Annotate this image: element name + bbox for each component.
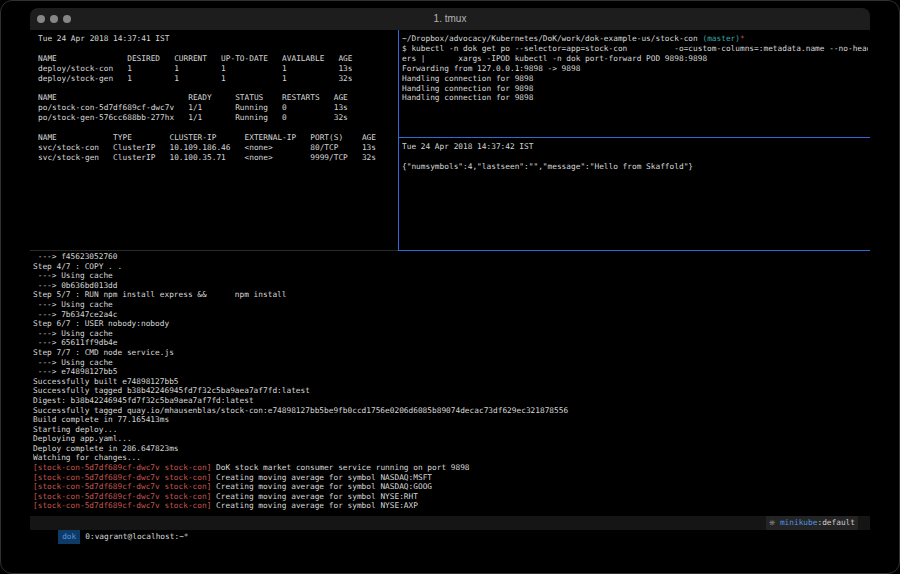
tmux-session-name[interactable]: dok	[58, 530, 80, 544]
terminal-line: NAME TYPE CLUSTER-IP EXTERNAL-IP PORT(S)…	[38, 133, 396, 143]
terminal-line: ---> Using cache	[33, 271, 867, 281]
terminal-line: [stock-con-5d7df689cf-dwc7v stock-con] C…	[33, 501, 867, 511]
kube-namespace-label: :default	[817, 518, 855, 527]
pane-divider-horizontal-right-upper[interactable]	[398, 137, 870, 138]
terminal-body: Tue 24 Apr 2018 14:37:41 ISTNAME DESIRED…	[30, 30, 870, 532]
terminal-line: Step 6/7 : USER nobody:nobody	[33, 319, 867, 329]
terminal-line: Forwarding from 127.0.0.1:9898 -> 9898	[402, 64, 868, 74]
terminal-line: Digest: b38b42246945fd7f32c5ba9aea7af7fd…	[33, 396, 867, 406]
terminal-line: deploy/stock-con 1 1 1 1 13s	[38, 64, 396, 74]
terminal-line: NAME READY STATUS RESTARTS AGE	[38, 93, 396, 103]
terminal-line: Handling connection for 9898	[402, 74, 868, 84]
window-title: 1. tmux	[30, 13, 870, 24]
terminal-line	[38, 84, 396, 94]
terminal-line: [stock-con-5d7df689cf-dwc7v stock-con] C…	[33, 482, 867, 492]
tmux-window-item[interactable]: 0:vagrant@localhost:~*	[85, 532, 188, 541]
terminal-line: Tue 24 Apr 2018 14:37:42 IST	[402, 142, 868, 152]
terminal-line: $ kubectl -n dok get po --selector=app=s…	[402, 44, 868, 54]
terminal-line: [stock-con-5d7df689cf-dwc7v stock-con] D…	[33, 463, 867, 473]
terminal-line: ~/Dropbox/advocacy/Kubernetes/DoK/work/d…	[402, 34, 868, 44]
terminal-line: ers | xargs -IPOD kubectl -n dok port-fo…	[402, 54, 868, 64]
terminal-line: deploy/stock-gen 1 1 1 1 32s	[38, 74, 396, 84]
terminal-line: ---> Using cache	[33, 329, 867, 339]
kube-context-label: minikube	[780, 518, 818, 527]
pane-kubectl-resources[interactable]: Tue 24 Apr 2018 14:37:41 ISTNAME DESIRED…	[38, 34, 396, 248]
terminal-line: po/stock-con-5d7df689cf-dwc7v 1/1 Runnin…	[38, 103, 396, 113]
terminal-line: Step 7/7 : CMD node service.js	[33, 348, 867, 358]
terminal-line: Watching for changes...	[33, 453, 867, 463]
terminal-window: 1. tmux Tue 24 Apr 2018 14:37:41 ISTNAME…	[30, 8, 870, 532]
pane-curl-output-active[interactable]: Tue 24 Apr 2018 14:37:42 IST{"numsymbols…	[402, 142, 868, 248]
terminal-line: po/stock-gen-576cc688bb-277hx 1/1 Runnin…	[38, 113, 396, 123]
terminal-line	[38, 123, 396, 133]
terminal-line: ---> Using cache	[33, 358, 867, 368]
terminal-line: Starting deploy...	[33, 425, 867, 435]
terminal-line: Deploy complete in 286.647823ms	[33, 444, 867, 454]
pane-skaffold-build-log[interactable]: ---> f45623052760Step 4/7 : COPY . . ---…	[33, 252, 867, 514]
terminal-line: Handling connection for 9898	[402, 84, 868, 94]
terminal-line: ---> 7b6347ce2a4c	[33, 310, 867, 320]
terminal-line: [stock-con-5d7df689cf-dwc7v stock-con] C…	[33, 492, 867, 502]
helm-wheel-icon: ⎈	[769, 518, 775, 527]
terminal-line: NAME DESIRED CURRENT UP-TO-DATE AVAILABL…	[38, 54, 396, 64]
terminal-line: Successfully built e74898127bb5	[33, 377, 867, 387]
terminal-line: Handling connection for 9898	[402, 93, 868, 103]
terminal-line: Successfully tagged b38b42246945fd7f32c5…	[33, 386, 867, 396]
terminal-line: Successfully tagged quay.io/mhausenblas/…	[33, 406, 867, 416]
terminal-line: {"numsymbols":4,"lastseen":"","message":…	[402, 162, 868, 172]
terminal-line	[402, 152, 868, 162]
terminal-line: ---> e74898127bb5	[33, 367, 867, 377]
terminal-line: ---> Using cache	[33, 300, 867, 310]
window-titlebar: 1. tmux	[30, 8, 870, 30]
terminal-line: ---> 65611ff9db4e	[33, 338, 867, 348]
tmux-status-right: ⎈ minikube:default	[766, 516, 858, 530]
tmux-status-bar: dok0:vagrant@localhost:~* ⎈ minikube:def…	[30, 516, 870, 530]
terminal-line: Deploying app.yaml...	[33, 434, 867, 444]
pane-port-forward[interactable]: ~/Dropbox/advocacy/Kubernetes/DoK/work/d…	[402, 34, 868, 136]
terminal-line	[38, 44, 396, 54]
terminal-line: Step 4/7 : COPY . .	[33, 262, 867, 272]
pane-divider-vertical[interactable]	[398, 30, 399, 250]
pane-divider-horizontal-left[interactable]	[30, 250, 398, 251]
terminal-line: Step 5/7 : RUN npm install express && np…	[33, 290, 867, 300]
pane-divider-horizontal-right-lower[interactable]	[398, 250, 870, 251]
terminal-line: svc/stock-con ClusterIP 10.109.186.46 <n…	[38, 143, 396, 153]
terminal-line: Tue 24 Apr 2018 14:37:41 IST	[38, 34, 396, 44]
terminal-line: ---> f45623052760	[33, 252, 867, 262]
terminal-line: ---> 0b636bd013dd	[33, 281, 867, 291]
terminal-line: Build complete in 77.165413ms	[33, 415, 867, 425]
terminal-line: svc/stock-gen ClusterIP 10.100.35.71 <no…	[38, 153, 396, 163]
terminal-line: [stock-con-5d7df689cf-dwc7v stock-con] C…	[33, 473, 867, 483]
